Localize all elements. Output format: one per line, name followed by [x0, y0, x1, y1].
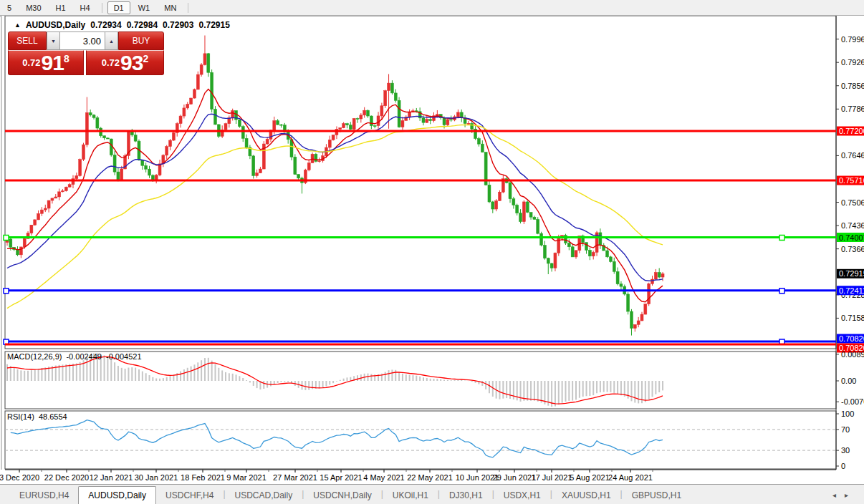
date-label: 18 Feb 2021 — [181, 473, 225, 482]
date-label: 4 May 2021 — [363, 473, 404, 482]
period-button-5[interactable]: 5 — [1, 1, 18, 14]
ask-price-big: 93 — [120, 52, 143, 74]
chart-tab-bar: EURUSD,H4AUDUSD,DailyUSDCHF,H4|USDCAD,Da… — [0, 484, 864, 504]
ohlc-high: 0.72984 — [127, 20, 158, 30]
sell-price-button[interactable]: 0.72 91 8 — [8, 50, 84, 75]
line-handle[interactable] — [4, 236, 9, 241]
macd-tick-label: 0.00 — [841, 377, 856, 385]
rsi-value: 48.6554 — [39, 412, 67, 421]
date-label: 22 May 2021 — [407, 473, 453, 482]
tab-ukoil-h1[interactable]: UKOil,H1 — [383, 487, 438, 504]
ohlc-open: 0.72934 — [90, 20, 121, 30]
date-label: 29 Jun 2021 — [493, 473, 537, 482]
macd-indicator-header: MACD(12,26,9) -0.002449 -0.004521 — [7, 352, 142, 361]
rsi-label: RSI(14) — [7, 412, 34, 421]
period-toolbar: 5M30H1H4D1W1MN — [0, 0, 864, 16]
buy-button[interactable]: BUY — [118, 32, 164, 50]
chart-window: 0.799600.792600.785600.778600.764600.750… — [0, 16, 864, 483]
line-price-label: 0.77200 — [839, 127, 864, 135]
tab-scroll-arrows: ◂▸ — [832, 491, 857, 499]
rsi-indicator-header: RSI(14) 48.6554 — [7, 412, 67, 421]
date-label: 24 Aug 2021 — [608, 473, 653, 482]
macd-tick-label: 0.00890 — [841, 350, 864, 359]
date-label: 17 Jul 2021 — [532, 473, 572, 482]
date-label: 22 Dec 2020 — [44, 473, 89, 482]
date-label: 30 Jan 2021 — [135, 473, 178, 482]
date-label: 3 Dec 2020 — [0, 473, 39, 482]
line-price-label: 0.72915 — [839, 269, 864, 278]
bid-price-big: 91 — [42, 52, 64, 74]
period-button-d1[interactable]: D1 — [107, 1, 130, 14]
ask-price-pip: 2 — [143, 53, 148, 64]
bid-price-prefix: 0.72 — [22, 57, 40, 68]
chart-canvas[interactable]: 0.799600.792600.785600.778600.764600.750… — [0, 16, 864, 486]
price-tick-label: 0.78560 — [841, 82, 864, 90]
tab-usdcnh-daily[interactable]: USDCNH,Daily — [304, 487, 380, 504]
price-tick-label: 0.79260 — [841, 58, 864, 67]
chart-symbol-period: AUDUSD,Daily — [26, 20, 85, 30]
date-label: 27 Mar 2021 — [273, 473, 317, 482]
line-price-label: 0.70826 — [839, 334, 864, 343]
date-label: 15 Apr 2021 — [320, 473, 362, 482]
tab-usdcad-daily[interactable]: USDCAD,Daily — [226, 487, 302, 504]
price-tick-label: 0.71580 — [841, 314, 864, 322]
rsi-tick-label: 100 — [841, 410, 854, 418]
price-tick-label: 0.73660 — [841, 245, 864, 253]
buy-price-button[interactable]: 0.72 93 2 — [86, 50, 164, 75]
rsi-tick-label: 30 — [841, 446, 850, 455]
bid-price-pip: 8 — [64, 53, 69, 64]
date-label: 12 Jan 2021 — [90, 473, 133, 482]
volume-decrease-button[interactable]: ▼ — [47, 32, 60, 50]
price-tick-label: 0.75060 — [841, 198, 864, 207]
period-button-w1[interactable]: W1 — [132, 1, 157, 14]
one-click-collapse-icon[interactable]: ▲ — [14, 21, 21, 29]
tab-scroll-left-icon[interactable]: ◂ — [832, 491, 845, 499]
price-tick-label: 0.79960 — [841, 35, 864, 44]
period-button-h1[interactable]: H1 — [49, 1, 72, 14]
date-axis: 3 Dec 202022 Dec 202012 Jan 202130 Jan 2… — [0, 470, 836, 482]
line-price-label: 0.75716 — [839, 176, 864, 185]
sell-button[interactable]: SELL — [8, 32, 47, 50]
macd-value-signal: -0.004521 — [106, 352, 142, 361]
volume-increase-button[interactable]: ▲ — [105, 32, 118, 50]
tab-dj30-h1[interactable]: DJ30,H1 — [440, 487, 492, 504]
tab-eurusd-h4[interactable]: EURUSD,H4 — [10, 487, 78, 504]
price-chart-svg: 0.799600.792600.785600.778600.764600.750… — [0, 16, 864, 483]
toolbar-separator — [188, 3, 188, 13]
one-click-trading-panel: SELL ▼ ▲ BUY 0.72 91 8 0.72 93 2 — [8, 32, 164, 75]
chart-title: ▲ AUDUSD,Daily 0.72934 0.72984 0.72903 0… — [14, 20, 230, 30]
line-price-label: 0.74007 — [839, 233, 864, 242]
volume-input[interactable] — [60, 32, 105, 50]
tab-scroll-right-icon[interactable]: ▸ — [845, 491, 857, 499]
mt4-terminal: 5M30H1H4D1W1MN 0.799600.792600.785600.77… — [0, 0, 864, 504]
tab-gbpusd-h1[interactable]: GBPUSD,H1 — [623, 487, 691, 504]
ohlc-low: 0.72903 — [163, 20, 193, 30]
date-label: 9 Mar 2021 — [226, 473, 267, 482]
tab-audusd-daily[interactable]: AUDUSD,Daily — [78, 486, 156, 504]
price-tick-label: 0.77860 — [841, 105, 864, 113]
tab-usdx-h1[interactable]: USDX,H1 — [494, 487, 550, 504]
ask-price-prefix: 0.72 — [102, 57, 120, 68]
tab-usdchf-h4[interactable]: USDCHF,H4 — [156, 487, 223, 504]
line-price-label: 0.72411 — [839, 286, 864, 295]
macd-value-main: -0.002449 — [66, 352, 102, 361]
price-axis: 0.799600.792600.785600.778600.764600.750… — [836, 35, 864, 470]
macd-tick-label: -0.00701 — [841, 397, 864, 406]
rsi-tick-label: 0 — [841, 462, 845, 470]
line-handle[interactable] — [779, 236, 784, 241]
ohlc-close: 0.72915 — [198, 20, 229, 30]
period-button-mn[interactable]: MN — [158, 1, 183, 14]
line-handle[interactable] — [779, 289, 784, 294]
price-tick-label: 0.76460 — [841, 151, 864, 160]
macd-label: MACD(12,26,9) — [7, 352, 62, 361]
rsi-tick-label: 70 — [841, 425, 850, 434]
period-button-h4[interactable]: H4 — [74, 1, 97, 14]
date-label: 5 Aug 2021 — [570, 473, 610, 482]
toolbar-separator — [102, 3, 102, 13]
price-tick-label: 0.74360 — [841, 221, 864, 230]
tab-xauusd-h1[interactable]: XAUUSD,H1 — [552, 487, 620, 504]
period-button-m30[interactable]: M30 — [19, 1, 47, 14]
line-handle[interactable] — [4, 289, 9, 294]
